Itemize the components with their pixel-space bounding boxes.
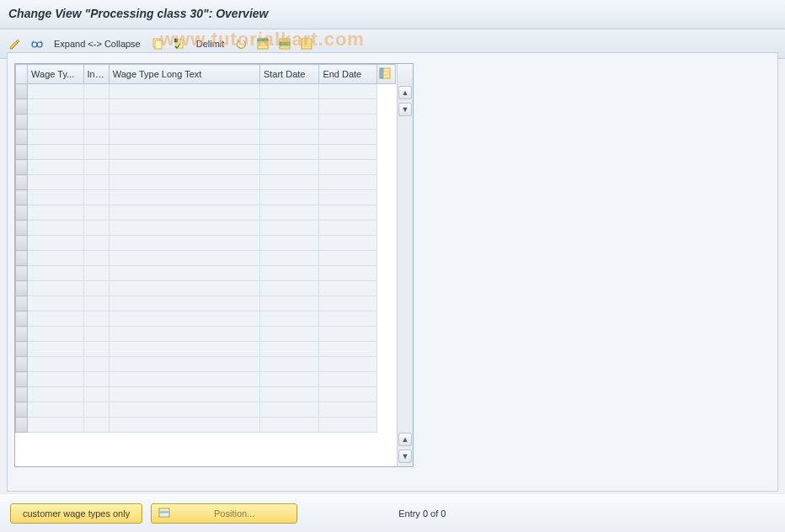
cell[interactable] bbox=[28, 387, 83, 402]
cell[interactable] bbox=[319, 327, 376, 342]
row-selector[interactable] bbox=[16, 114, 28, 130]
toggle-change-button[interactable] bbox=[7, 35, 24, 52]
table-row[interactable] bbox=[16, 281, 396, 296]
cell[interactable] bbox=[83, 99, 109, 114]
cell[interactable] bbox=[109, 251, 259, 266]
cell[interactable] bbox=[259, 311, 318, 327]
cell[interactable] bbox=[28, 327, 83, 342]
cell[interactable] bbox=[259, 114, 318, 130]
cell[interactable] bbox=[319, 311, 376, 327]
row-selector[interactable] bbox=[16, 190, 28, 205]
cell[interactable] bbox=[319, 114, 376, 130]
table-row[interactable] bbox=[16, 160, 396, 175]
cell[interactable] bbox=[83, 160, 109, 175]
table-row[interactable] bbox=[16, 402, 396, 418]
cell[interactable] bbox=[83, 327, 109, 342]
cell[interactable] bbox=[319, 190, 376, 205]
row-selector[interactable] bbox=[16, 281, 28, 296]
cell[interactable] bbox=[319, 175, 376, 190]
cell[interactable] bbox=[83, 387, 109, 402]
cell[interactable] bbox=[28, 130, 83, 145]
row-selector[interactable] bbox=[16, 251, 28, 266]
cell[interactable] bbox=[28, 266, 83, 281]
row-selector[interactable] bbox=[16, 84, 28, 99]
customer-wage-types-button[interactable]: customer wage types only bbox=[10, 503, 142, 524]
row-selector[interactable] bbox=[16, 327, 28, 342]
row-selector[interactable] bbox=[16, 418, 28, 433]
row-selector[interactable] bbox=[16, 296, 28, 311]
cell[interactable] bbox=[83, 145, 109, 160]
cell[interactable] bbox=[109, 114, 259, 130]
table-row[interactable] bbox=[16, 236, 396, 251]
row-selector[interactable] bbox=[16, 311, 28, 327]
cell[interactable] bbox=[259, 221, 318, 236]
cell[interactable] bbox=[259, 251, 318, 266]
cell[interactable] bbox=[83, 175, 109, 190]
cell[interactable] bbox=[319, 205, 376, 221]
row-selector[interactable] bbox=[16, 221, 28, 236]
cell[interactable] bbox=[28, 296, 83, 311]
scroll-down-icon[interactable]: ▼ bbox=[398, 103, 412, 116]
table-row[interactable] bbox=[16, 175, 396, 190]
deselect-all-button[interactable] bbox=[298, 35, 315, 52]
cell[interactable] bbox=[259, 418, 318, 433]
cell[interactable] bbox=[109, 281, 259, 296]
select-all-button[interactable] bbox=[254, 35, 271, 52]
cell[interactable] bbox=[28, 84, 83, 99]
row-selector[interactable] bbox=[16, 357, 28, 372]
cell[interactable] bbox=[259, 236, 318, 251]
position-button[interactable]: Position... bbox=[151, 503, 297, 524]
column-wage-type-long[interactable]: Wage Type Long Text bbox=[109, 65, 259, 84]
cell[interactable] bbox=[259, 160, 318, 175]
cell[interactable] bbox=[259, 387, 318, 402]
column-row-selector[interactable] bbox=[16, 65, 28, 84]
row-selector[interactable] bbox=[16, 372, 28, 387]
column-wage-type[interactable]: Wage Ty... bbox=[28, 65, 83, 84]
delimit-button[interactable]: Delimit bbox=[193, 35, 228, 52]
cell[interactable] bbox=[28, 418, 83, 433]
cell[interactable] bbox=[83, 372, 109, 387]
row-selector[interactable] bbox=[16, 175, 28, 190]
cell[interactable] bbox=[83, 311, 109, 327]
cell[interactable] bbox=[28, 311, 83, 327]
cell[interactable] bbox=[319, 84, 376, 99]
cell[interactable] bbox=[109, 221, 259, 236]
cell[interactable] bbox=[259, 205, 318, 221]
cell[interactable] bbox=[83, 84, 109, 99]
cell[interactable] bbox=[109, 84, 259, 99]
copy-button[interactable] bbox=[149, 35, 166, 52]
cell[interactable] bbox=[109, 145, 259, 160]
cell[interactable] bbox=[319, 266, 376, 281]
cell[interactable] bbox=[319, 99, 376, 114]
row-selector[interactable] bbox=[16, 402, 28, 418]
cell[interactable] bbox=[28, 402, 83, 418]
cell[interactable] bbox=[259, 99, 318, 114]
table-row[interactable] bbox=[16, 130, 396, 145]
table-row[interactable] bbox=[16, 342, 396, 357]
cell[interactable] bbox=[259, 190, 318, 205]
cell[interactable] bbox=[319, 221, 376, 236]
row-selector[interactable] bbox=[16, 99, 28, 114]
vertical-scrollbar[interactable]: ▲ ▼ ▲ ▼ bbox=[397, 84, 413, 466]
cell[interactable] bbox=[109, 327, 259, 342]
cell[interactable] bbox=[109, 387, 259, 402]
table-row[interactable] bbox=[16, 418, 396, 433]
row-selector[interactable] bbox=[16, 205, 28, 221]
cell[interactable] bbox=[109, 130, 259, 145]
row-selector[interactable] bbox=[16, 236, 28, 251]
cell[interactable] bbox=[109, 357, 259, 372]
cell[interactable] bbox=[109, 205, 259, 221]
cell[interactable] bbox=[259, 296, 318, 311]
cell[interactable] bbox=[83, 357, 109, 372]
cell[interactable] bbox=[259, 357, 318, 372]
cell[interactable] bbox=[109, 418, 259, 433]
cell[interactable] bbox=[109, 190, 259, 205]
cell[interactable] bbox=[319, 236, 376, 251]
cell[interactable] bbox=[319, 296, 376, 311]
cell[interactable] bbox=[28, 145, 83, 160]
cell[interactable] bbox=[109, 372, 259, 387]
row-selector[interactable] bbox=[16, 130, 28, 145]
cell[interactable] bbox=[28, 357, 83, 372]
table-row[interactable] bbox=[16, 372, 396, 387]
row-selector[interactable] bbox=[16, 266, 28, 281]
